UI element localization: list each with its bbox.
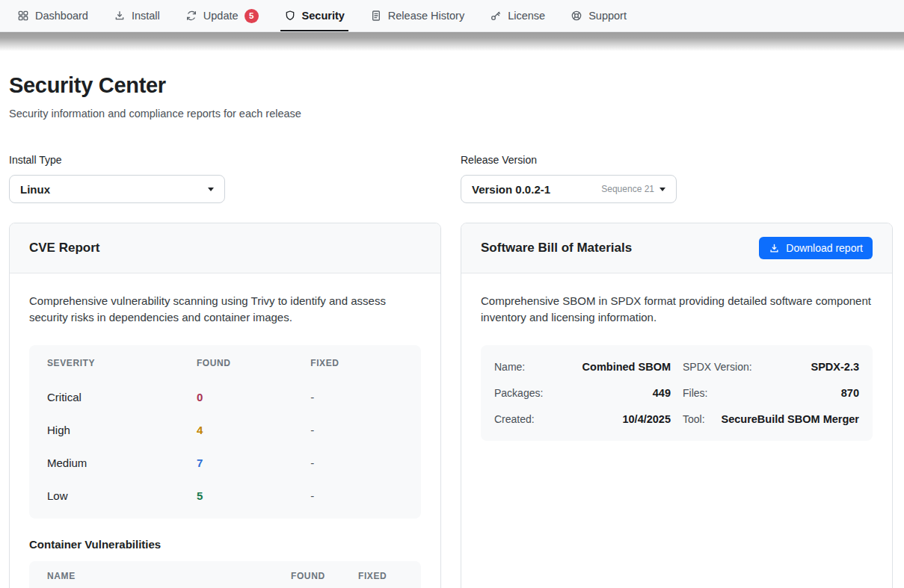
shield-icon (284, 10, 296, 22)
table-row: Low 5 - (29, 480, 421, 513)
chevron-down-icon (659, 188, 665, 191)
tab-label: Release History (388, 10, 464, 22)
tab-label: Dashboard (35, 10, 88, 22)
sbom-body: Comprehensive SBOM in SPDX format provid… (461, 273, 892, 460)
download-report-button[interactable]: Download report (759, 237, 873, 259)
cve-report-card: CVE Report Comprehensive vulnerability s… (9, 223, 441, 588)
download-report-label: Download report (786, 242, 863, 254)
table-row: Medium 7 - (29, 447, 421, 480)
found-count: 0 (197, 391, 310, 403)
filters-row: Install Type Linux Release Version Versi… (9, 154, 893, 203)
col-fixed: Fixed (310, 358, 403, 368)
page-subtitle: Security information and compliance repo… (9, 108, 893, 120)
fixed-count: - (310, 424, 403, 436)
col-found: Found (291, 571, 358, 581)
tab-release-history[interactable]: Release History (360, 0, 474, 31)
cards-row: CVE Report Comprehensive vulnerability s… (9, 223, 893, 588)
container-vulnerabilities-title: Container Vulnerabilities (29, 538, 421, 551)
tab-label: License (508, 10, 545, 22)
fixed-count: - (310, 489, 403, 502)
file-text-icon (370, 10, 382, 22)
release-sequence-label: Sequence 21 (601, 184, 654, 194)
tab-label: Install (132, 10, 160, 22)
grid-icon (17, 10, 29, 22)
severity-table-header: Severity Found Fixed (29, 345, 421, 381)
sbom-detail-name: Name: Combined SBOM (494, 355, 671, 379)
tab-security[interactable]: Security (274, 0, 354, 31)
cve-report-header: CVE Report (10, 223, 440, 273)
release-version-value: Version 0.0.2-1 (472, 183, 601, 196)
sbom-description: Comprehensive SBOM in SPDX format provid… (481, 293, 873, 326)
table-row: High 4 - (29, 414, 421, 447)
tab-update[interactable]: Update 5 (176, 0, 268, 31)
sbom-detail-spdx-version: SPDX Version: SPDX-2.3 (683, 355, 859, 379)
sbom-details-panel: Name: Combined SBOM SPDX Version: SPDX-2… (481, 345, 873, 441)
fixed-count: - (310, 391, 403, 403)
update-count-badge: 5 (245, 9, 259, 23)
tab-label: Update (203, 10, 239, 22)
fixed-count: - (310, 457, 403, 469)
severity-name: Medium (47, 457, 197, 469)
release-version-label: Release Version (461, 154, 893, 166)
key-icon (490, 10, 502, 22)
severity-name: Critical (47, 391, 197, 403)
page-title: Security Center (9, 73, 893, 98)
top-scroll-shadow-band (0, 32, 904, 51)
page-content: Security Center Security information and… (0, 51, 904, 588)
severity-table: Severity Found Fixed Critical 0 - High 4… (29, 345, 421, 519)
release-version-filter: Release Version Version 0.0.2-1 Sequence… (461, 154, 893, 203)
cve-report-title: CVE Report (29, 241, 99, 256)
cve-report-description: Comprehensive vulnerability scanning usi… (29, 293, 421, 326)
install-type-filter: Install Type Linux (9, 154, 441, 203)
found-count: 5 (197, 489, 310, 502)
severity-name: High (47, 424, 197, 436)
lifebuoy-icon (571, 10, 582, 22)
container-table-header: Name Found Fixed (29, 561, 421, 588)
tab-support[interactable]: Support (561, 0, 636, 31)
sbom-detail-created: Created: 10/4/2025 (494, 407, 671, 431)
install-type-value: Linux (20, 183, 208, 196)
col-severity: Severity (47, 358, 197, 368)
tab-license[interactable]: License (480, 0, 555, 31)
download-icon (114, 10, 126, 22)
sbom-detail-files: Files: 870 (683, 381, 859, 405)
tab-label: Security (302, 10, 345, 22)
found-count: 4 (197, 424, 310, 436)
col-fixed: Fixed (358, 571, 403, 581)
table-row: Critical 0 - (29, 381, 421, 414)
install-type-label: Install Type (9, 154, 441, 166)
sbom-title: Software Bill of Materials (481, 241, 632, 256)
severity-name: Low (47, 489, 197, 502)
top-navigation: Dashboard Install Update 5 Security Rele… (0, 0, 904, 32)
tab-dashboard[interactable]: Dashboard (7, 0, 98, 31)
refresh-icon (185, 10, 197, 22)
container-vulnerabilities-table: Name Found Fixed (29, 561, 421, 588)
release-version-select[interactable]: Version 0.0.2-1 Sequence 21 (461, 175, 677, 203)
sbom-card: Software Bill of Materials Download repo… (461, 223, 893, 588)
col-name: Name (47, 571, 291, 581)
tab-label: Support (588, 10, 627, 22)
cve-report-body: Comprehensive vulnerability scanning usi… (10, 273, 440, 588)
chevron-down-icon (208, 188, 214, 191)
tab-install[interactable]: Install (104, 0, 170, 31)
found-count: 7 (197, 457, 310, 469)
sbom-detail-tool: Tool: SecureBuild SBOM Merger (683, 407, 859, 431)
sbom-detail-packages: Packages: 449 (494, 381, 671, 405)
col-found: Found (197, 358, 310, 368)
install-type-select[interactable]: Linux (9, 175, 225, 203)
download-icon (769, 243, 780, 254)
sbom-header: Software Bill of Materials Download repo… (461, 223, 892, 273)
